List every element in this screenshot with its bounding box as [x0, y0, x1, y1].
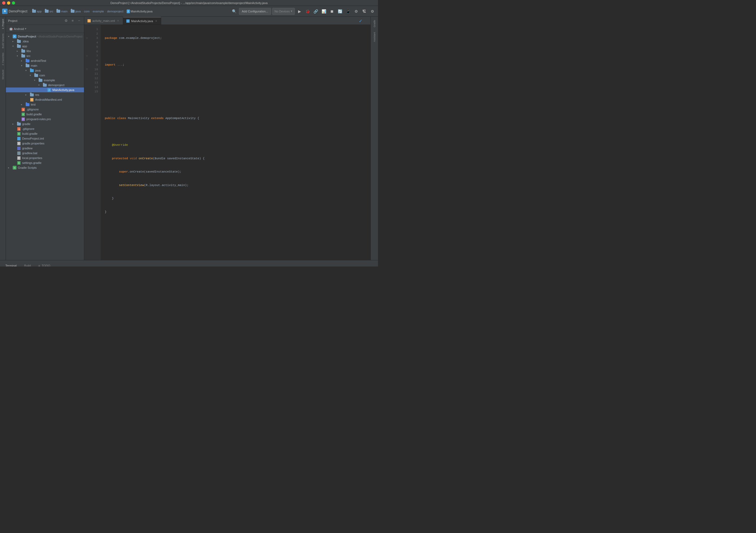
tree-item-gradle-folder[interactable]: ▸ gradle	[6, 121, 84, 126]
tree-arrow: ▸	[13, 157, 17, 159]
tab-mainactivity-java[interactable]: J MainActivity.java ×	[123, 17, 161, 25]
tree-item-com[interactable]: ▾ com	[6, 73, 84, 78]
tree-item-idea[interactable]: ▸ .idea	[6, 39, 84, 44]
sync-btn[interactable]: 🔄	[337, 8, 343, 15]
breadcrumb-com[interactable]: com	[84, 10, 90, 13]
code-line-14: }	[105, 210, 370, 214]
tree-item-demoproject-pkg[interactable]: ▾ demoproject	[6, 83, 84, 88]
panel-expand-btn[interactable]: −	[76, 18, 82, 23]
sidebar-item-assistant[interactable]: Assistant	[372, 30, 377, 44]
tree-item-local-properties[interactable]: ▸ P local.properties	[6, 155, 84, 160]
breadcrumb-src[interactable]: src	[45, 10, 53, 13]
tree-item-example[interactable]: ▾ example	[6, 78, 84, 83]
run-button[interactable]: ▶	[296, 8, 303, 15]
tree-item-gitignore-app[interactable]: ▸ .g .gitignore	[6, 107, 84, 112]
gutter-cell-fold[interactable]: ▽	[84, 67, 90, 72]
tree-item-libs[interactable]: ▸ libs	[6, 49, 84, 53]
prop-file-icon: P	[17, 142, 21, 145]
line-num: 1	[90, 27, 100, 32]
tree-item-gradle-scripts[interactable]: ▸ G Gradle Scripts	[6, 165, 84, 170]
android-view-selector[interactable]: 🤖 Android ▾	[7, 26, 29, 32]
breadcrumb-main[interactable]: main	[56, 10, 68, 13]
tree-item-androidmanifest[interactable]: ▸ X AndroidManifest.xml	[6, 97, 84, 102]
tree-item-build-gradle-app[interactable]: ▸ G build.gradle	[6, 112, 84, 117]
stop-btn[interactable]: ⏹	[328, 8, 335, 15]
tree-label: example	[44, 79, 55, 82]
breadcrumb-demoproject[interactable]: demoproject	[107, 10, 123, 13]
tree-item-res[interactable]: ▸ res	[6, 92, 84, 97]
tab-activity-main-xml[interactable]: X activity_main.xml ×	[84, 17, 123, 25]
breadcrumb-example[interactable]: example	[93, 10, 104, 13]
device-selector[interactable]: No Devices ▾	[272, 8, 295, 15]
code-editor[interactable]: ▽ ▽ ▽ 1 2 3 4 5 6	[84, 25, 370, 260]
code-content[interactable]: package com.example.demoproject; import …	[100, 25, 370, 260]
tree-item-mainactivity[interactable]: ▸ J MainActivity.java	[6, 88, 84, 92]
tree-item-gitignore-root[interactable]: ▸ .g .gitignore	[6, 126, 84, 131]
breadcrumb-java[interactable]: java	[71, 10, 81, 13]
panel-sync-btn[interactable]: ⚙	[64, 18, 69, 23]
code-line-3: import ...;	[105, 63, 370, 67]
tree-item-app[interactable]: ▾ app	[6, 44, 84, 49]
bottom-tab-build[interactable]: Build	[21, 262, 34, 267]
profile-btn[interactable]: 📊	[320, 8, 327, 15]
sidebar-item-build-variants[interactable]: Build Variants	[1, 31, 5, 50]
tree-item-proguard[interactable]: ▸ P proguard-rules.pro	[6, 117, 84, 121]
sidebar-item-project[interactable]: 1: Project	[1, 17, 5, 31]
tab-close-btn[interactable]: ×	[117, 19, 120, 23]
sidebar-item-favorites[interactable]: 2: Favorites	[1, 50, 5, 67]
close-button[interactable]	[2, 1, 5, 5]
app-logo[interactable]: A DemoProject	[2, 9, 27, 14]
tree-item-gradle-properties[interactable]: ▸ P gradle.properties	[6, 141, 84, 146]
tree-item-settings-gradle[interactable]: ▸ G settings.gradle	[6, 160, 84, 165]
project-structure-btn[interactable]: 🏗	[361, 8, 368, 15]
avd-manager-btn[interactable]: 📱	[344, 8, 352, 15]
maximize-button[interactable]	[12, 1, 15, 5]
tree-item-main[interactable]: ▾ main	[6, 63, 84, 68]
tree-arrow: ▾	[21, 64, 25, 67]
add-configuration-btn[interactable]: Add Configuration...	[239, 8, 271, 15]
line-numbers: 1 2 3 4 5 6 7 8 9 10 11 12 13 14 15	[90, 25, 100, 260]
build-label: Build	[24, 264, 31, 267]
breadcrumb-mainactivity[interactable]: J MainActivity.java	[127, 10, 152, 13]
project-tree[interactable]: ▾ P DemoProject ~/AndroidStudioProjects/…	[6, 33, 84, 260]
tree-arrow: ▸	[25, 93, 30, 96]
tree-item-demoprojectiml[interactable]: ▸ DemoProject.iml	[6, 136, 84, 141]
gutter-cell	[84, 45, 90, 49]
panel-gear-btn[interactable]: ≡	[70, 18, 75, 23]
search-everywhere-btn[interactable]: 🔍	[231, 8, 238, 15]
line-num: 9	[90, 63, 100, 67]
tree-item-androidtest[interactable]: ▸ androidTest	[6, 58, 84, 63]
sidebar-item-gradle[interactable]: Gradle	[372, 18, 377, 29]
tab-close-btn[interactable]: ×	[155, 19, 158, 23]
tree-item-src[interactable]: ▾ src	[6, 53, 84, 58]
tree-label: test	[31, 103, 36, 106]
tree-item-java[interactable]: ▾ java	[6, 68, 84, 73]
sidebar-item-structure[interactable]: Structure	[1, 67, 5, 82]
bottom-tab-todo[interactable]: ≡ TODO	[35, 262, 53, 267]
tree-arrow: ▸	[13, 122, 17, 125]
tree-label: gradlew	[22, 147, 33, 150]
attach-debugger-btn[interactable]: 🔗	[312, 8, 319, 15]
tree-arrow: ▾	[13, 45, 17, 47]
folder-icon	[25, 59, 30, 63]
folder-icon	[56, 10, 60, 13]
tree-item-build-gradle-root[interactable]: ▸ G build.gradle	[6, 131, 84, 136]
bottom-tab-terminal[interactable]: Terminal	[2, 262, 20, 267]
sdk-manager-btn[interactable]: ⚙	[353, 8, 360, 15]
gutter-cell	[84, 27, 90, 32]
minimize-button[interactable]	[7, 1, 10, 5]
gutter-cell-fold[interactable]: ▽	[84, 54, 90, 58]
tree-label: proguard-rules.pro	[26, 118, 51, 121]
tree-item-gradlew-bat[interactable]: ▸ gradlew.bat	[6, 151, 84, 155]
folder-icon	[71, 10, 74, 13]
tree-arrow: ▾	[17, 55, 21, 57]
tree-item-gradlew[interactable]: ▸ gradlew	[6, 146, 84, 151]
gutter-cell-fold[interactable]: ▽	[84, 36, 90, 40]
breadcrumb-app[interactable]: app	[32, 10, 41, 13]
debug-button[interactable]: 🐞	[304, 8, 311, 15]
folder-icon	[25, 64, 30, 67]
settings-btn[interactable]: ⚙	[369, 8, 376, 15]
tree-item-test[interactable]: ▸ test	[6, 102, 84, 107]
right-sidebar: Gradle Assistant	[370, 17, 378, 260]
tree-item-demoproject[interactable]: ▾ P DemoProject ~/AndroidStudioProjects/…	[6, 34, 84, 39]
